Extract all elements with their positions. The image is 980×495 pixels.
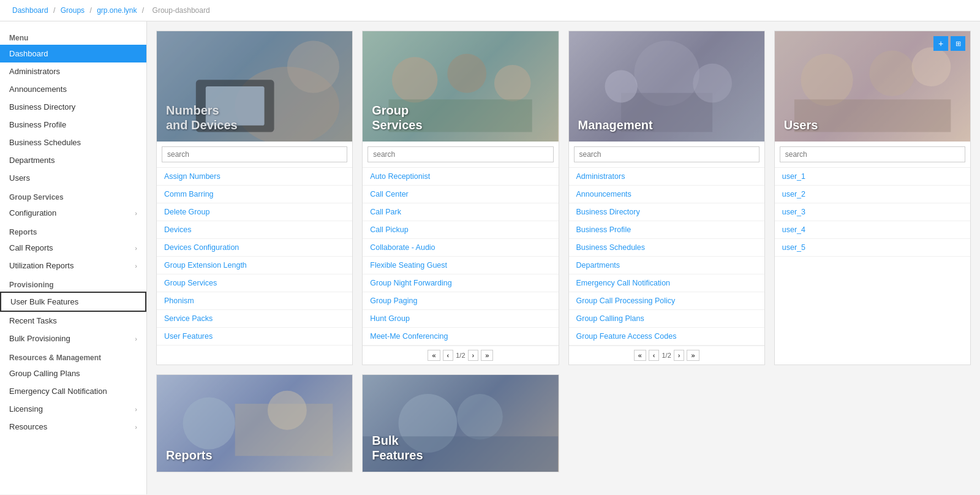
- sidebar-item-users[interactable]: Users: [0, 169, 146, 187]
- svg-point-14: [693, 64, 732, 103]
- sidebar-item-dashboard[interactable]: Dashboard: [0, 45, 146, 62]
- search-input-management[interactable]: [574, 146, 760, 162]
- list-item[interactable]: Flexible Seating Guest: [363, 257, 558, 274]
- list-item[interactable]: Call Park: [363, 203, 558, 221]
- first-page-btn[interactable]: «: [634, 350, 646, 361]
- card-title-reports: Reports: [157, 439, 222, 472]
- breadcrumb-groups[interactable]: Groups: [61, 6, 85, 15]
- last-page-btn[interactable]: »: [687, 350, 699, 361]
- sidebar-item-announcements[interactable]: Announcements: [0, 80, 146, 98]
- list-item[interactable]: Service Packs: [157, 310, 352, 328]
- resources-title: Resources & Management: [0, 347, 146, 365]
- list-item[interactable]: Assign Numbers: [157, 168, 352, 186]
- placeholder-1: [568, 374, 765, 472]
- sidebar-item-business-profile[interactable]: Business Profile: [0, 116, 146, 134]
- search-input-numbers[interactable]: [162, 146, 347, 162]
- list-item[interactable]: Hunt Group: [363, 310, 558, 328]
- svg-rect-0: [157, 31, 352, 142]
- search-input-group-services[interactable]: [368, 146, 553, 162]
- list-item[interactable]: Group Services: [157, 274, 352, 292]
- card-actions-users: + ⊞: [933, 36, 965, 51]
- breadcrumb: Dashboard / Groups / grp.one.lynk / Grou…: [0, 0, 980, 21]
- list-item[interactable]: Auto Receptionist: [363, 168, 558, 186]
- chevron-right-icon: ›: [135, 262, 137, 270]
- prev-page-btn[interactable]: ‹: [649, 350, 660, 361]
- card-group-services: GroupServices Auto Receptionist Call Cen…: [362, 31, 559, 365]
- page-info: 1/2: [456, 352, 465, 359]
- list-item[interactable]: user_5: [775, 239, 970, 257]
- next-page-btn[interactable]: ›: [468, 350, 479, 361]
- list-item[interactable]: Emergency Call Notification: [569, 274, 764, 292]
- card-title-group-services: GroupServices: [363, 94, 431, 142]
- list-item[interactable]: Devices Configuration: [157, 239, 352, 257]
- group-services-title: Group Services: [0, 187, 146, 204]
- svg-point-13: [605, 70, 637, 102]
- card-title-management: Management: [569, 108, 662, 142]
- card-search-management: [569, 142, 764, 168]
- list-item[interactable]: Delete Group: [157, 203, 352, 221]
- add-user-button[interactable]: +: [933, 36, 948, 51]
- list-item[interactable]: Announcements: [569, 186, 764, 203]
- list-item[interactable]: Business Profile: [569, 221, 764, 239]
- svg-point-1: [235, 67, 339, 142]
- card-list-management: Administrators Announcements Business Di…: [569, 168, 764, 346]
- svg-point-7: [448, 54, 487, 93]
- search-input-users[interactable]: [780, 146, 965, 162]
- sidebar-item-business-schedules[interactable]: Business Schedules: [0, 134, 146, 151]
- sidebar-item-group-calling-plans[interactable]: Group Calling Plans: [0, 365, 146, 382]
- svg-point-26: [458, 394, 503, 439]
- list-item[interactable]: Call Center: [363, 186, 558, 203]
- sidebar-item-call-reports[interactable]: Call Reports ›: [0, 239, 146, 257]
- list-item[interactable]: Group Call Processing Policy: [569, 292, 764, 310]
- svg-point-17: [869, 50, 914, 96]
- sidebar-item-recent-tasks[interactable]: Recent Tasks: [0, 312, 146, 330]
- list-item[interactable]: user_3: [775, 203, 970, 221]
- list-item[interactable]: Call Pickup: [363, 221, 558, 239]
- prev-page-btn[interactable]: ‹: [443, 350, 454, 361]
- card-title-numbers: Numbersand Devices: [157, 94, 247, 142]
- sidebar-item-configuration[interactable]: Configuration ›: [0, 204, 146, 222]
- list-item[interactable]: Meet-Me Conferencing: [363, 328, 558, 346]
- grid-view-button[interactable]: ⊞: [951, 36, 965, 51]
- first-page-btn[interactable]: «: [428, 350, 440, 361]
- last-page-btn[interactable]: »: [481, 350, 493, 361]
- next-page-btn[interactable]: ›: [674, 350, 685, 361]
- list-item[interactable]: Group Night Forwarding: [363, 274, 558, 292]
- list-item[interactable]: Business Schedules: [569, 239, 764, 257]
- list-item[interactable]: Departments: [569, 257, 764, 274]
- sidebar-item-business-directory[interactable]: Business Directory: [0, 98, 146, 116]
- list-item[interactable]: user_4: [775, 221, 970, 239]
- sidebar-item-licensing[interactable]: Licensing ›: [0, 400, 146, 418]
- sidebar-item-user-bulk-features[interactable]: User Bulk Features: [0, 292, 146, 312]
- list-item[interactable]: Devices: [157, 221, 352, 239]
- list-item[interactable]: Business Directory: [569, 203, 764, 221]
- list-item[interactable]: user_1: [775, 168, 970, 186]
- sidebar-item-bulk-provisioning[interactable]: Bulk Provisioning ›: [0, 330, 146, 347]
- list-item[interactable]: Comm Barring: [157, 186, 352, 203]
- svg-point-23: [268, 391, 307, 430]
- menu-title: Menu: [0, 28, 146, 45]
- card-users: Users + ⊞ user_1 user_2 user_3 user_4 us…: [774, 31, 971, 365]
- list-item[interactable]: Group Calling Plans: [569, 310, 764, 328]
- sidebar-item-resources[interactable]: Resources ›: [0, 418, 146, 436]
- svg-rect-2: [196, 80, 274, 132]
- sidebar-item-utilization-reports[interactable]: Utilization Reports ›: [0, 257, 146, 274]
- sidebar-item-emergency-call-notification[interactable]: Emergency Call Notification: [0, 382, 146, 400]
- list-item[interactable]: Administrators: [569, 168, 764, 186]
- breadcrumb-grp[interactable]: grp.one.lynk: [97, 6, 137, 15]
- list-item[interactable]: user_2: [775, 186, 970, 203]
- chevron-right-icon: ›: [135, 406, 137, 413]
- list-item[interactable]: Group Feature Access Codes: [569, 328, 764, 346]
- list-item[interactable]: Group Extension Length: [157, 257, 352, 274]
- svg-point-4: [287, 41, 339, 93]
- card-title-bulk-features: BulkFeatures: [363, 424, 432, 472]
- breadcrumb-dashboard[interactable]: Dashboard: [12, 6, 48, 15]
- list-item[interactable]: Group Paging: [363, 292, 558, 310]
- list-item[interactable]: Collaborate - Audio: [363, 239, 558, 257]
- sidebar-item-administrators[interactable]: Administrators: [0, 62, 146, 80]
- list-item[interactable]: Phonism: [157, 292, 352, 310]
- card-reports: Reports: [156, 374, 353, 472]
- sidebar-item-departments[interactable]: Departments: [0, 151, 146, 169]
- svg-point-8: [494, 65, 531, 102]
- list-item[interactable]: User Features: [157, 328, 352, 346]
